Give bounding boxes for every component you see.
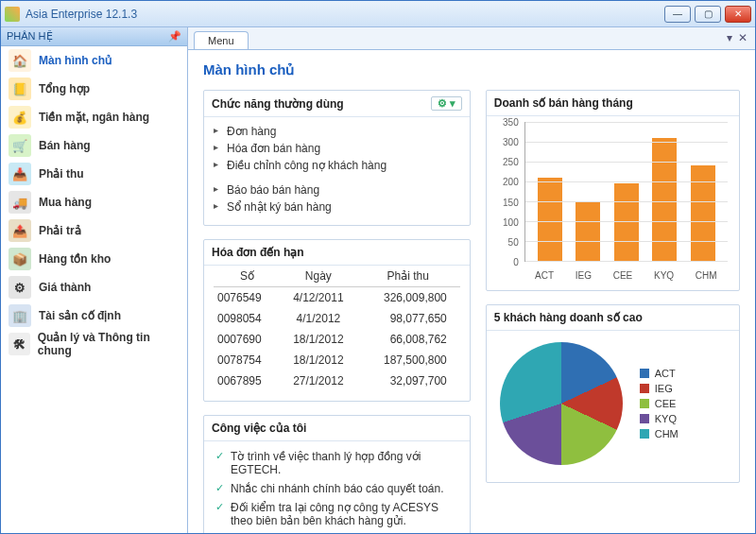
panel-frequent: Chức năng thường dùng ⚙ ▾ Đơn hàngHóa đơ… [203, 90, 471, 226]
summary-icon: 📒 [9, 78, 31, 100]
legend-item: CEE [640, 396, 679, 411]
y-tick: 300 [503, 137, 519, 147]
sidebar-item-label: Mua hàng [39, 196, 92, 209]
tab-close-icon[interactable]: ✕ [738, 31, 747, 44]
x-cat: ACT [535, 270, 554, 281]
bar-CHM [691, 165, 715, 261]
task-item[interactable]: Đối kiểm tra lại công nợ công ty ACESYS … [214, 498, 460, 530]
sidebar-item-label: Hàng tồn kho [39, 252, 111, 266]
sidebar-item-4[interactable]: 📥Phải thu [1, 160, 187, 188]
sidebar-item-label: Phải trả [39, 224, 81, 237]
app-window: Asia Enterprise 12.1.3 — ▢ ✕ PHÂN HỆ 📌 🏠… [0, 0, 756, 534]
frequent-item[interactable]: Đơn hàng [214, 123, 460, 140]
page-title: Màn hình chủ [203, 61, 740, 78]
tab-actions: ▾ ✕ [727, 31, 747, 44]
tab-menu[interactable]: Menu [194, 31, 249, 49]
frequent-item[interactable]: Báo báo bán hàng [214, 181, 460, 198]
sidebar-item-2[interactable]: 💰Tiền mặt, ngân hàng [1, 103, 187, 131]
column-right: Doanh số bán hàng tháng 0501001502002503… [486, 90, 740, 533]
sidebar-item-7[interactable]: 📦Hàng tồn kho [1, 245, 187, 273]
legend-swatch [640, 414, 649, 423]
frequent-link[interactable]: Sổ nhật ký bán hàng [227, 200, 332, 214]
pie-chart [500, 342, 623, 465]
frequent-link[interactable]: Điều chỉnh công nợ khách hàng [227, 159, 387, 172]
sidebar-item-0[interactable]: 🏠Màn hình chủ [1, 46, 187, 75]
task-item[interactable]: Nhắc chi nhánh chính báo cáo quyết toán. [214, 479, 460, 498]
sidebar-title: PHÂN HỆ [7, 30, 53, 43]
sidebar: PHÂN HỆ 📌 🏠Màn hình chủ📒Tổng hợp💰Tiền mặ… [1, 27, 188, 533]
frequent-link[interactable]: Đơn hàng [227, 125, 276, 138]
legend-swatch [640, 384, 649, 393]
table-row[interactable]: 007875418/1/2012187,500,800 [214, 350, 460, 370]
x-cat: CEE [613, 270, 633, 281]
frequent-list: Đơn hàngHóa đơn bán hàngĐiều chỉnh công … [214, 123, 460, 215]
sidebar-item-label: Quản lý và Thông tin chung [38, 331, 180, 357]
task-item[interactable]: Tờ trình về việc thanh lý hợp đồng với E… [214, 447, 460, 479]
panel-monthly-title: Doanh số bán hàng tháng [494, 96, 633, 110]
table-row[interactable]: 006789527/1/201232,097,700 [214, 370, 460, 391]
frequent-link[interactable]: Hóa đơn bán hàng [227, 142, 320, 155]
bar-chart: 050100150200250300350 ACTIEGCEEKYQCHM [492, 116, 733, 286]
sidebar-item-label: Tài sản cố định [39, 309, 121, 322]
panel-tasks: Công việc của tôi Tờ trình về việc thanh… [203, 415, 471, 533]
inventory-icon: 📦 [9, 248, 31, 270]
sidebar-item-label: Phải thu [39, 167, 84, 181]
table-row[interactable]: 00765494/12/2011326,009,800 [214, 287, 460, 309]
legend-label: KYQ [655, 413, 677, 424]
pin-icon[interactable]: 📌 [168, 30, 181, 43]
y-tick: 50 [508, 236, 519, 247]
y-tick: 250 [503, 157, 519, 167]
cash-icon: 💰 [9, 106, 31, 129]
legend-swatch [640, 369, 649, 378]
due-invoices-table: Số Ngày Phải thu 00765494/12/2011326,009… [214, 266, 460, 391]
table-row[interactable]: 00980544/1/201298,077,650 [214, 308, 460, 329]
frequent-item[interactable]: Hóa đơn bán hàng [214, 140, 460, 157]
app-icon [5, 7, 20, 22]
panel-topcust-title: 5 khách hàng doanh số cao [494, 311, 643, 324]
legend-item: IEG [640, 381, 679, 396]
legend-item: CHM [640, 426, 679, 441]
frequent-item[interactable]: Sổ nhật ký bán hàng [214, 198, 460, 215]
payable-icon: 📤 [9, 219, 31, 242]
columns: Chức năng thường dùng ⚙ ▾ Đơn hàngHóa đơ… [203, 90, 740, 533]
panel-monthly-sales: Doanh số bán hàng tháng 0501001502002503… [486, 90, 740, 291]
sidebar-item-label: Giá thành [39, 281, 91, 294]
sidebar-item-1[interactable]: 📒Tổng hợp [1, 75, 187, 103]
tab-dropdown-icon[interactable]: ▾ [727, 31, 732, 44]
legend-label: ACT [655, 368, 676, 379]
sidebar-nav: 🏠Màn hình chủ📒Tổng hợp💰Tiền mặt, ngân hà… [1, 46, 187, 533]
panel-due-invoices: Hóa đơn đến hạn Số Ngày Phải thu 0076549… [203, 239, 471, 402]
sidebar-item-8[interactable]: ⚙Giá thành [1, 273, 187, 301]
sidebar-item-label: Tiền mặt, ngân hàng [39, 111, 149, 124]
costing-icon: ⚙ [9, 276, 31, 299]
sidebar-item-label: Màn hình chủ [39, 54, 112, 67]
minimize-button[interactable]: — [664, 6, 691, 23]
page: Màn hình chủ Chức năng thường dùng ⚙ ▾ Đ… [188, 50, 755, 533]
sidebar-item-label: Tổng hợp [39, 82, 90, 95]
y-tick: 100 [503, 216, 519, 227]
col-phaithu: Phải thu [356, 266, 460, 287]
task-list: Tờ trình về việc thanh lý hợp đồng với E… [214, 447, 460, 530]
sidebar-item-10[interactable]: 🛠Quản lý và Thông tin chung [1, 330, 187, 358]
y-tick: 150 [503, 197, 519, 207]
window-controls: — ▢ ✕ [661, 6, 751, 23]
legend-swatch [640, 399, 649, 408]
frequent-link[interactable]: Báo báo bán hàng [227, 183, 319, 197]
legend-label: CEE [655, 398, 677, 409]
bar-IEG [576, 201, 600, 261]
app-title: Asia Enterprise 12.1.3 [26, 8, 661, 21]
table-row[interactable]: 000769018/1/201266,008,762 [214, 329, 460, 350]
home-icon: 🏠 [9, 49, 31, 72]
pie-legend: ACTIEGCEEKYQCHM [640, 366, 679, 441]
close-button[interactable]: ✕ [725, 6, 751, 23]
x-cat: CHM [696, 270, 717, 281]
gear-icon[interactable]: ⚙ ▾ [431, 96, 462, 111]
frequent-item[interactable]: Điều chỉnh công nợ khách hàng [214, 157, 460, 174]
sidebar-item-5[interactable]: 🚚Mua hàng [1, 188, 187, 216]
sidebar-item-6[interactable]: 📤Phải trả [1, 216, 187, 245]
panel-top-customers: 5 khách hàng doanh số cao ACTIEGCEEKYQCH… [486, 304, 740, 483]
sidebar-item-9[interactable]: 🏢Tài sản cố định [1, 301, 187, 330]
maximize-button[interactable]: ▢ [695, 6, 721, 23]
sidebar-item-3[interactable]: 🛒Bán hàng [1, 131, 187, 160]
legend-swatch [640, 429, 649, 439]
